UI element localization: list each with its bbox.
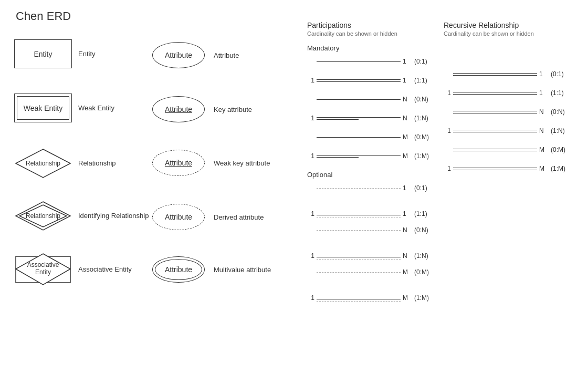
weak-entity-row: Weak Entity Weak Entity — [14, 94, 114, 122]
recursive-row-4: 1 N (1:N) — [444, 123, 572, 138]
svg-text:Associative: Associative — [27, 261, 59, 268]
recursive-title: Recursive Relationship — [444, 21, 572, 29]
derived-attribute-ellipse: Attribute — [152, 204, 205, 230]
recursive-subtitle: Cardinality can be shown or hidden — [444, 30, 572, 37]
optional-label: Optional — [307, 171, 435, 179]
recursive-row-3: N (0:N) — [444, 105, 572, 119]
participations-title: Participations — [307, 21, 435, 29]
optional-part-row-1: 1 (0:1) — [307, 181, 435, 195]
attribute-shape: Attribute — [150, 39, 207, 71]
multivalue-attribute-row: Attribute Multivalue attribute — [150, 254, 271, 285]
weak-entity-label: Weak Entity — [78, 104, 114, 112]
mandatory-part-row-5: M (0:M) — [307, 130, 435, 144]
key-attribute-shape: Attribute — [150, 94, 207, 125]
identifying-relationship-shape: Relationship — [14, 199, 72, 233]
attribute-desc-label: Attribute — [214, 51, 239, 59]
key-attribute-label: Key attribute — [214, 106, 252, 113]
recursive-row-1: 1 (0:1) — [444, 67, 572, 81]
associative-svg: Associative Entity — [14, 252, 72, 286]
svg-text:Entity: Entity — [35, 268, 51, 276]
part-line-11-mandatory — [317, 75, 401, 86]
optional-part-row-6: 1 M (1:M) — [307, 284, 435, 303]
recursive-row-6: 1 M (1:M) — [444, 161, 572, 176]
svg-text:Relationship: Relationship — [26, 160, 60, 167]
multivalue-inner: Attribute — [155, 259, 202, 280]
recursive-line-0m — [453, 144, 537, 155]
relationship-row: Relationship Relationship — [14, 146, 116, 180]
optional-part-row-3: N (0:N) — [307, 223, 435, 237]
identifying-diamond-svg: Relationship — [14, 200, 72, 232]
multivalue-attribute-label: Multivalue attribute — [214, 266, 271, 274]
participations-subtitle: Cardinality can be shown or hidden — [307, 30, 435, 37]
identifying-relationship-row: Relationship Identifying Relationship — [14, 199, 149, 233]
multivalue-wrapper: Attribute — [152, 256, 205, 283]
weak-key-label: Weak key attribute — [214, 159, 270, 167]
svg-text:Relationship: Relationship — [26, 212, 60, 220]
weak-entity-shape: Weak Entity — [14, 94, 72, 122]
weak-key-ellipse: Attribute — [152, 150, 205, 176]
recursive-row-2: 1 1 (1:1) — [444, 86, 572, 100]
entity-shape: Entity — [14, 39, 72, 68]
mandatory-part-row-1: 1 (0:1) — [307, 54, 435, 69]
associative-entity-row: Associative Entity Associative Entity — [14, 252, 132, 286]
part-line-1n-mandatory — [317, 113, 401, 123]
mandatory-label: Mandatory — [307, 44, 435, 52]
diamond-svg: Relationship — [14, 148, 72, 179]
derived-attribute-shape: Attribute — [150, 201, 207, 233]
optional-part-row-5: M (0:M) — [307, 265, 435, 279]
part-line-01-mandatory — [317, 56, 401, 67]
participations-section: Participations Cardinality can be shown … — [307, 21, 435, 307]
key-attribute-row: Attribute Key attribute — [150, 94, 252, 125]
entity-row: Entity Entity — [14, 39, 96, 68]
weak-key-row: Attribute Weak key attribute — [150, 147, 270, 179]
part-line-0n-mandatory — [317, 94, 401, 105]
recursive-row-5: M (0:M) — [444, 142, 572, 157]
recursive-rows-container: 1 (0:1) 1 1 (1:1) N — [444, 67, 572, 176]
optional-part-row-2: 1 1 (1:1) — [307, 200, 435, 219]
part-line-1n-optional — [317, 243, 401, 260]
part-line-1m-mandatory — [317, 151, 401, 161]
entity-label: Entity — [78, 50, 96, 58]
mandatory-part-row-2: 1 1 (1:1) — [307, 73, 435, 88]
derived-attribute-row: Attribute Derived attribute — [150, 201, 264, 233]
part-line-01-optional — [317, 183, 401, 193]
recursive-line-0n — [453, 107, 537, 117]
part-line-0m-optional — [317, 267, 401, 277]
mandatory-part-row-6: 1 M (1:M) — [307, 149, 435, 163]
identifying-relationship-label: Identifying Relationship — [78, 212, 149, 220]
part-line-1m-optional — [317, 285, 401, 302]
relationship-label: Relationship — [78, 159, 116, 167]
part-line-11-optional — [317, 201, 401, 217]
optional-part-row-4: 1 N (1:N) — [307, 242, 435, 261]
key-attribute-ellipse: Attribute — [152, 96, 205, 122]
recursive-line-1m — [453, 163, 537, 174]
mandatory-part-row-3: N (0:N) — [307, 92, 435, 107]
plain-attribute-ellipse: Attribute — [152, 42, 205, 68]
attribute-row: Attribute Attribute — [150, 39, 239, 71]
associative-entity-shape: Associative Entity — [14, 252, 72, 286]
recursive-line-1n — [453, 126, 537, 136]
associative-entity-label: Associative Entity — [78, 265, 132, 273]
relationship-shape: Relationship — [14, 146, 72, 180]
part-line-0n-optional — [317, 225, 401, 235]
recursive-section: Recursive Relationship Cardinality can b… — [444, 21, 572, 180]
page-title: Chen ERD — [16, 9, 71, 23]
weak-key-shape: Attribute — [150, 147, 207, 179]
mandatory-part-row-4: 1 N (1:N) — [307, 111, 435, 126]
part-line-0m-mandatory — [317, 132, 401, 142]
recursive-line-01 — [453, 69, 537, 79]
derived-attribute-label: Derived attribute — [214, 213, 264, 221]
multivalue-attribute-shape: Attribute — [150, 254, 207, 285]
recursive-line-11 — [453, 88, 537, 98]
